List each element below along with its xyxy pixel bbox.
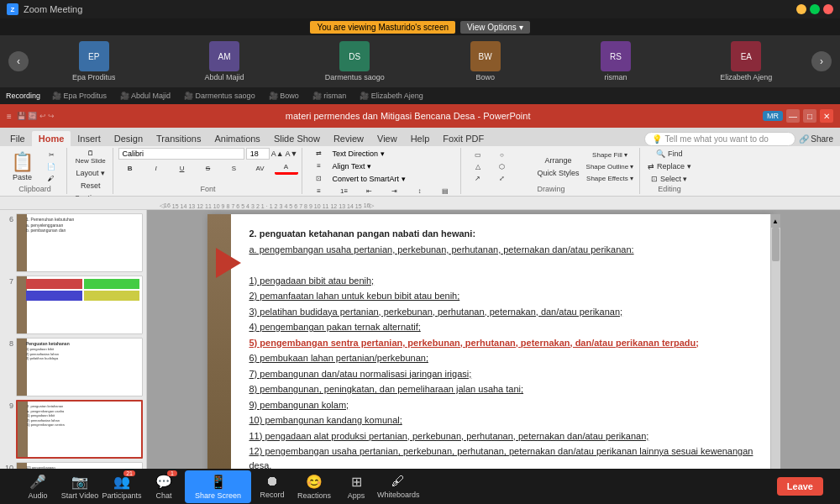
scrollbar-up-button[interactable]: ▲ xyxy=(771,214,780,228)
tab-review[interactable]: Review xyxy=(327,131,370,146)
font-family-select[interactable]: Calibri xyxy=(118,148,244,160)
view-options-button[interactable]: View Options ▾ xyxy=(460,21,530,34)
shape-button[interactable]: ⬡ xyxy=(491,161,514,172)
font-color-button[interactable]: A xyxy=(275,161,298,175)
paste-button[interactable]: 📋 Paste xyxy=(7,150,38,183)
ppt-maximize-button[interactable]: □ xyxy=(803,109,816,123)
tab-view[interactable]: View xyxy=(370,131,404,146)
quick-styles-button[interactable]: Quick Styles xyxy=(535,167,582,179)
bullet-list-button[interactable]: ≡ xyxy=(307,186,331,197)
editing-group: 🔍 Find ⇄ Replace ▾ ⊡ Select ▾ Editing xyxy=(642,148,696,194)
slide-thumbnail[interactable]: 9 2. penguatan ketahanan a. pengembangan… xyxy=(3,400,143,459)
participants-icon: 👥 xyxy=(113,475,130,489)
tab-animations[interactable]: Animations xyxy=(207,131,266,146)
numbered-list-button[interactable]: 1≡ xyxy=(333,186,356,197)
slide-thumbnail[interactable]: 7 xyxy=(3,276,143,334)
shape-button[interactable]: ▭ xyxy=(466,150,490,160)
close-button[interactable] xyxy=(823,4,833,14)
char-spacing-button[interactable]: AV xyxy=(249,163,272,174)
select-button[interactable]: ⊡ Select ▾ xyxy=(645,173,693,185)
paragraph-group: ⇄ Text Direction ▾ ≡ Align Text ▾ ⊡ Conv… xyxy=(304,148,461,194)
line-spacing-button[interactable]: ↕ xyxy=(408,186,432,197)
slide-thumbnail[interactable]: 10 13) pengembangan 14) pembangunan 15) … xyxy=(3,462,143,469)
participants-next-button[interactable]: › xyxy=(811,51,832,71)
bold-button[interactable]: B xyxy=(118,163,142,174)
shadow-button[interactable]: S xyxy=(223,163,246,174)
shape-button[interactable]: ○ xyxy=(491,150,514,160)
shape-effects-button[interactable]: Shape Effects ▾ xyxy=(584,173,637,184)
new-slide-button[interactable]: 🗒 New Slide xyxy=(72,148,109,166)
apps-button[interactable]: ⊞ Apps xyxy=(335,474,377,500)
scrollbar-thumb[interactable] xyxy=(772,228,780,261)
record-button[interactable]: ⏺ Record xyxy=(251,474,293,499)
align-text-button[interactable]: ≡ xyxy=(307,160,331,171)
leave-button[interactable]: Leave xyxy=(777,477,823,496)
minimize-button[interactable] xyxy=(796,4,806,14)
shape-outline-button[interactable]: Shape Outline ▾ xyxy=(584,161,637,172)
slide-canvas[interactable]: 2. penguatan ketahanan pangan nabati dan… xyxy=(207,214,770,469)
ppt-close-button[interactable]: ✕ xyxy=(820,109,833,123)
italic-button[interactable]: I xyxy=(144,163,168,174)
arrange-button[interactable]: Arrange xyxy=(535,155,582,166)
ruler-mark: 6 xyxy=(236,203,239,209)
copy-button[interactable]: 📄 xyxy=(39,161,63,172)
share-banner: You are viewing Masturido's screen View … xyxy=(0,18,840,35)
reactions-button[interactable]: 😊 Reactions xyxy=(293,474,335,500)
participant-item: EA Elizabeth Ajeng xyxy=(681,41,811,81)
tab-slideshow[interactable]: Slide Show xyxy=(267,131,327,146)
tell-me-input[interactable]: 💡 Tell me what you want to do xyxy=(644,132,795,146)
format-painter-button[interactable]: 🖌 xyxy=(39,173,63,184)
recording-label: Recording xyxy=(6,92,40,100)
font-size-up-button[interactable]: A▲ xyxy=(271,150,284,158)
maximize-button[interactable] xyxy=(810,4,820,14)
video-button[interactable]: 📷 Start Video xyxy=(59,474,101,500)
slide-thumbnail[interactable]: 8 Penguatan ketahanan 1) pengadaan bibit… xyxy=(3,338,143,396)
tab-transitions[interactable]: Transitions xyxy=(150,131,207,146)
slide-scrollbar[interactable]: ▲ ▼ xyxy=(770,214,780,469)
tab-file[interactable]: File xyxy=(3,131,32,146)
shape-fill-button[interactable]: Shape Fill ▾ xyxy=(584,150,637,160)
layout-button[interactable]: Layout ▾ xyxy=(72,167,109,179)
strikethrough-button[interactable]: S xyxy=(197,163,220,174)
participants-prev-button[interactable]: ‹ xyxy=(8,51,29,71)
tab-foxitpdf[interactable]: Foxit PDF xyxy=(436,131,491,146)
ppt-window-controls: MR — □ ✕ xyxy=(763,109,833,123)
replace-button[interactable]: ⇄ Replace ▾ xyxy=(645,160,693,172)
audio-label: Audio xyxy=(28,491,47,500)
underline-button[interactable]: U xyxy=(171,163,194,174)
decrease-indent-button[interactable]: ⇤ xyxy=(358,186,381,197)
whiteboards-button[interactable]: 🖋 Whiteboards xyxy=(377,474,420,499)
ribbon-content: 📋 Paste ✂ 📄 🖌 Clipboard 🗒 xyxy=(0,146,840,197)
tab-home[interactable]: Home xyxy=(32,131,71,146)
slide-item: 8) pembangunan, peningkatan, dan pemelih… xyxy=(249,382,762,396)
font-size-select[interactable]: 18 xyxy=(246,148,270,160)
tab-help[interactable]: Help xyxy=(404,131,437,146)
tab-design[interactable]: Design xyxy=(108,131,150,146)
convert-smartart-button[interactable]: ⊡ xyxy=(307,173,331,184)
slide-thumbnail[interactable]: 6 1. Pemenuhan kebutuhan a. penyelenggar… xyxy=(3,213,143,272)
shape-button[interactable]: ⤢ xyxy=(491,173,514,184)
ruler-mark: 13 xyxy=(339,203,345,209)
shape-button[interactable]: △ xyxy=(466,161,490,172)
reset-button[interactable]: Reset xyxy=(72,180,109,192)
audio-button[interactable]: 🎤 Audio xyxy=(17,474,59,500)
increase-indent-button[interactable]: ⇥ xyxy=(383,186,407,197)
participants-count: 21 xyxy=(123,470,135,476)
slide-panel: 6 1. Pemenuhan kebutuhan a. penyelenggar… xyxy=(0,210,147,469)
shape-button[interactable]: ↗ xyxy=(466,173,490,184)
avatar: EP xyxy=(79,41,109,71)
tab-insert[interactable]: Insert xyxy=(71,131,108,146)
ppt-minimize-button[interactable]: — xyxy=(786,109,800,123)
text-columns-button[interactable]: ▤ xyxy=(433,186,457,197)
share-button[interactable]: 🔗 Share xyxy=(799,134,833,144)
participants-button[interactable]: 👥 21 Participants xyxy=(101,474,143,500)
cut-button[interactable]: ✂ xyxy=(39,150,63,160)
find-button[interactable]: 🔍 Find xyxy=(645,148,693,160)
slide-item: 12) pengembangan usaha pertanian, perkeb… xyxy=(249,444,762,469)
font-size-down-button[interactable]: A▼ xyxy=(286,150,298,158)
share-screen-button[interactable]: 📱 Share Screen xyxy=(185,470,251,503)
text-direction-button[interactable]: ⇄ xyxy=(307,148,331,159)
ruler-mark: 15 xyxy=(172,203,179,209)
chat-button[interactable]: 💬 1 Chat xyxy=(143,474,185,500)
record-label: Record xyxy=(260,491,285,499)
